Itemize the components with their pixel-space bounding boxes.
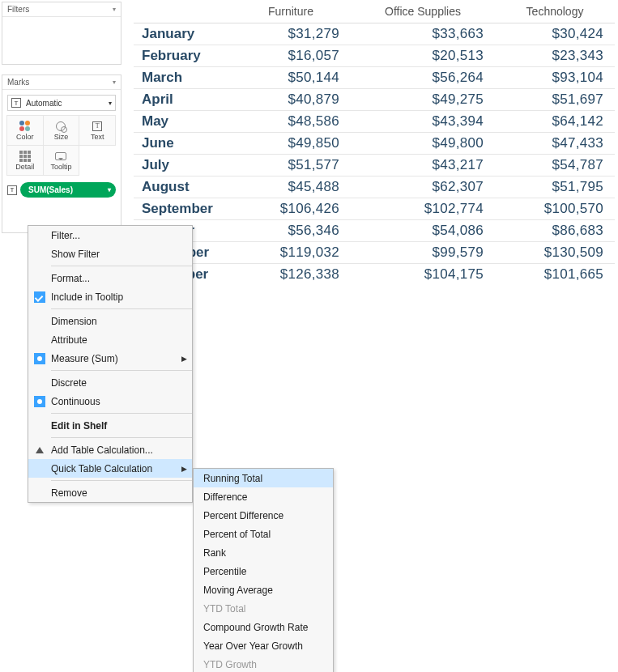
submenu-item-label: Running Total [203,473,318,484]
cell-value[interactable]: $20,513 [351,45,495,67]
cell-value[interactable]: $45,488 [231,177,351,198]
chevron-down-icon: ▾ [109,100,112,107]
row-header[interactable]: February [134,45,231,67]
row-header[interactable]: May [134,111,231,133]
menu-item[interactable]: Quick Table Calculation▶ [28,459,192,478]
radio-dot-icon [34,396,45,407]
cell-value[interactable]: $99,579 [351,242,495,264]
submenu-item[interactable]: Running Total [194,469,333,487]
cell-value[interactable]: $43,394 [351,111,495,133]
column-header[interactable]: Furniture [231,2,351,23]
table-row: May$48,586$43,394$64,142 [134,111,615,133]
cell-value[interactable]: $101,665 [495,264,615,286]
menu-item[interactable]: Discrete [28,373,192,392]
chevron-down-icon[interactable]: ▾ [113,79,116,86]
menu-item-label: Filter... [51,230,177,241]
menu-item[interactable]: Format... [28,269,192,287]
submenu-item-label: Difference [203,491,318,503]
cell-value[interactable]: $56,346 [231,220,351,242]
menu-item[interactable]: Filter... [28,226,192,245]
cell-value[interactable]: $49,275 [351,89,495,111]
marks-shelf-grid: ColorSizeTTextDetailTooltip [7,116,116,176]
pill-context-menu: Filter...Show FilterFormat...Include in … [28,225,193,503]
pill-sum-sales[interactable]: SUM(Sales) ▾ [20,182,116,198]
menu-item-label: Discrete [51,377,177,389]
cell-value[interactable]: $54,787 [495,155,615,177]
menu-item[interactable]: Dimension [28,312,192,330]
cell-value[interactable]: $51,697 [495,89,615,111]
chevron-down-icon[interactable]: ▾ [113,6,116,13]
submenu-item[interactable]: Percentile [194,562,333,581]
cell-value[interactable]: $33,663 [351,23,495,45]
row-header[interactable]: January [134,23,231,45]
row-header[interactable]: March [134,67,231,89]
cell-value[interactable]: $40,879 [231,89,351,111]
menu-item[interactable]: Continuous [28,392,192,410]
column-header[interactable]: Technology [495,2,615,23]
cell-value[interactable]: $49,850 [231,133,351,155]
cell-value[interactable]: $48,586 [231,111,351,133]
submenu-item[interactable]: Percent Difference [194,506,333,525]
submenu-item-label: Percentile [203,566,318,577]
marks-type-select[interactable]: T Automatic ▾ [7,95,116,111]
cell-value[interactable]: $119,032 [231,242,351,264]
menu-separator [51,370,192,371]
cell-value[interactable]: $43,217 [351,155,495,177]
cell-value[interactable]: $130,509 [495,242,615,264]
menu-item[interactable]: Attribute [28,330,192,349]
cell-value[interactable]: $49,800 [351,133,495,155]
size-icon [54,121,67,132]
submenu-item[interactable]: Year Over Year Growth [194,636,333,655]
submenu-item-label: YTD Total [203,603,318,615]
cell-value[interactable]: $100,570 [495,198,615,220]
menu-item[interactable]: Remove [28,483,192,502]
menu-item[interactable]: Add Table Calculation... [28,440,192,459]
submenu-item[interactable]: Difference [194,487,333,506]
submenu-item[interactable]: Moving Average [194,581,333,599]
marks-detail-shelf[interactable]: Detail [6,145,44,176]
cell-value[interactable]: $62,307 [351,177,495,198]
detail-icon [19,151,32,162]
table-row: June$49,850$49,800$47,433 [134,133,615,155]
cell-value[interactable]: $23,343 [495,45,615,67]
row-header[interactable]: April [134,89,231,111]
row-header[interactable]: August [134,177,231,198]
submenu-item[interactable]: Rank [194,543,333,562]
cell-value[interactable]: $54,086 [351,220,495,242]
marks-color-shelf[interactable]: Color [6,115,44,146]
marks-text-shelf[interactable]: TText [79,115,116,146]
menu-item[interactable]: Measure (Sum)▶ [28,349,192,368]
cell-value[interactable]: $50,144 [231,67,351,89]
marks-size-shelf[interactable]: Size [43,115,80,146]
menu-item[interactable]: Show Filter [28,245,192,263]
row-header[interactable]: September [134,198,231,220]
cell-value[interactable]: $31,279 [231,23,351,45]
column-header[interactable]: Office Supplies [351,2,495,23]
cell-value[interactable]: $16,057 [231,45,351,67]
cell-value[interactable]: $86,683 [495,220,615,242]
submenu-item[interactable]: Percent of Total [194,525,333,543]
cell-value[interactable]: $102,774 [351,198,495,220]
submenu-item[interactable]: Compound Growth Rate [194,618,333,636]
menu-item[interactable]: Edit in Shelf [28,416,192,435]
menu-item[interactable]: Include in Tooltip [28,287,192,306]
cell-value[interactable]: $47,433 [495,133,615,155]
row-header[interactable]: July [134,155,231,177]
cell-value[interactable]: $51,795 [495,177,615,198]
cell-value[interactable]: $104,175 [351,264,495,286]
cell-value[interactable]: $93,104 [495,67,615,89]
pill-label: SUM(Sales) [28,185,73,194]
submenu-item: YTD Growth [194,655,333,672]
cell-value[interactable]: $30,424 [495,23,615,45]
table-row: March$50,144$56,264$93,104 [134,67,615,89]
table-row: August$45,488$62,307$51,795 [134,177,615,198]
cell-value[interactable]: $64,142 [495,111,615,133]
cell-value[interactable]: $106,426 [231,198,351,220]
cell-value[interactable]: $51,577 [231,155,351,177]
row-header[interactable]: June [134,133,231,155]
marks-cell-label: Tooltip [50,163,71,171]
marks-tooltip-shelf[interactable]: Tooltip [43,145,80,176]
marks-cell-label: Text [91,133,104,141]
cell-value[interactable]: $126,338 [231,264,351,286]
cell-value[interactable]: $56,264 [351,67,495,89]
